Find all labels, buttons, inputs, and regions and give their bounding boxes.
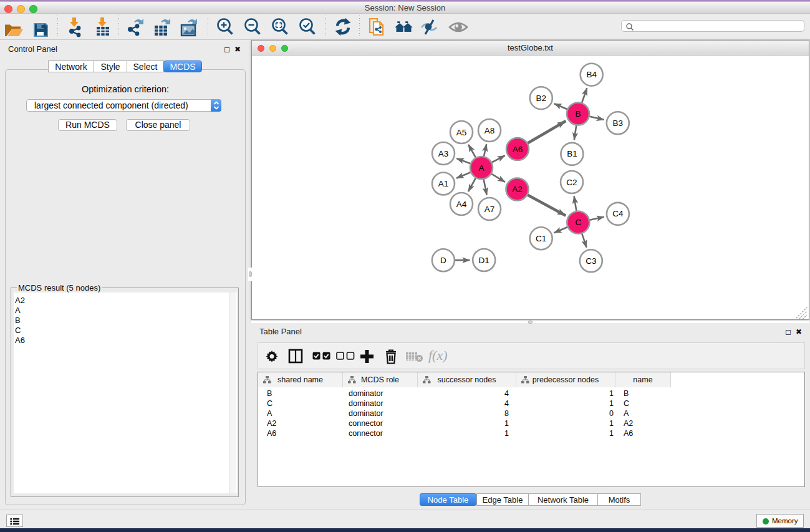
svg-text:B3: B3 <box>613 118 624 128</box>
svg-text:A8: A8 <box>485 126 495 135</box>
svg-text:C: C <box>575 218 581 227</box>
svg-text:C2: C2 <box>566 178 577 187</box>
svg-text:B2: B2 <box>536 94 547 103</box>
svg-text:B: B <box>575 109 581 118</box>
svg-text:A1: A1 <box>438 179 449 188</box>
svg-text:A2: A2 <box>512 185 523 194</box>
svg-text:B1: B1 <box>567 149 577 158</box>
svg-text:B4: B4 <box>586 70 597 79</box>
svg-text:A: A <box>478 163 484 173</box>
svg-text:A3: A3 <box>438 149 449 158</box>
svg-text:C4: C4 <box>612 209 624 218</box>
svg-text:A4: A4 <box>456 200 467 209</box>
svg-text:A6: A6 <box>513 145 523 154</box>
svg-text:A7: A7 <box>485 205 495 214</box>
svg-text:C1: C1 <box>536 234 546 243</box>
svg-text:A5: A5 <box>456 128 467 137</box>
svg-text:C3: C3 <box>586 256 596 266</box>
svg-text:D: D <box>440 256 446 265</box>
svg-text:D1: D1 <box>479 256 489 265</box>
